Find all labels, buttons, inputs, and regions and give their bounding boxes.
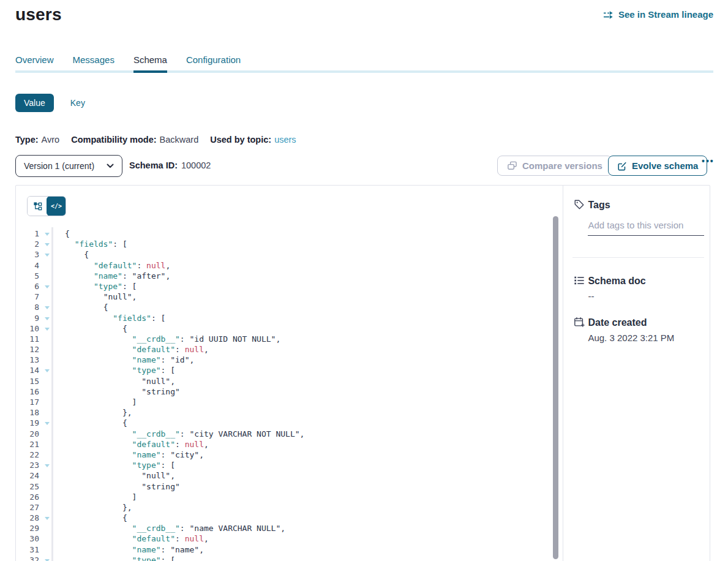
- version-select-value: Version 1 (current): [24, 161, 94, 171]
- line-number: 30: [16, 534, 39, 543]
- tree-view-icon: [33, 201, 42, 211]
- page-title: users: [15, 5, 62, 24]
- code-line-2: 2 "fields": [: [16, 239, 544, 250]
- line-number: 20: [16, 429, 39, 439]
- line-number: 22: [16, 450, 39, 459]
- line-number: 23: [16, 461, 39, 470]
- schema-id-label: Schema ID:: [129, 160, 178, 170]
- tags-heading: Tags: [588, 200, 610, 211]
- fold-toggle-icon[interactable]: [45, 422, 50, 425]
- tab-overview[interactable]: Overview: [15, 55, 54, 65]
- code-line-27: 27 },: [16, 503, 544, 513]
- code-line-18: 18 },: [16, 408, 544, 418]
- fold-toggle-icon[interactable]: [45, 369, 50, 372]
- line-number: 18: [16, 408, 39, 417]
- sidebar-divider: [572, 257, 704, 258]
- code-text: {: [65, 303, 108, 312]
- see-in-stream-lineage-link[interactable]: See in Stream lineage: [603, 9, 713, 20]
- code-text: "type": [: [65, 366, 175, 375]
- used-by-topic-link[interactable]: users: [274, 135, 296, 145]
- date-created-heading: Date created: [588, 317, 647, 328]
- fold-toggle-icon[interactable]: [45, 285, 50, 288]
- code-line-26: 26 ]: [16, 492, 544, 503]
- code-line-25: 25 "string": [16, 482, 544, 492]
- schema-code-editor[interactable]: 1{2 "fields": [3 {4 "default": null,5 "n…: [16, 229, 544, 561]
- schema-meta-row: Type: Avro Compatibility mode: Backward …: [15, 135, 296, 145]
- key-toggle-link[interactable]: Key: [70, 98, 85, 108]
- code-line-14: 14 "type": [: [16, 366, 544, 376]
- code-line-8: 8 {: [16, 303, 544, 313]
- line-number: 25: [16, 482, 39, 491]
- code-line-20: 20 "__crdb__": "city VARCHAR NOT NULL",: [16, 429, 544, 440]
- schema-sidebar: Tags Schema doc --: [563, 186, 710, 561]
- code-text: "null",: [65, 292, 137, 301]
- code-text: "fields": [: [65, 314, 165, 323]
- code-text: "name": "city",: [65, 450, 204, 459]
- code-line-5: 5 "name": "after",: [16, 271, 544, 282]
- fold-toggle-icon[interactable]: [45, 328, 50, 331]
- fold-toggle-icon[interactable]: [45, 464, 50, 467]
- fold-toggle-icon[interactable]: [45, 243, 50, 246]
- code-text: "__crdb__": "name VARCHAR NULL",: [65, 524, 285, 533]
- code-line-9: 9 "fields": [: [16, 314, 544, 324]
- code-line-22: 22 "name": "city",: [16, 450, 544, 461]
- schema-page: users See in Stream lineage OverviewMess…: [0, 0, 728, 561]
- value-toggle-button[interactable]: Value: [15, 94, 54, 112]
- fold-toggle-icon[interactable]: [45, 254, 50, 257]
- fold-toggle-icon[interactable]: [45, 306, 50, 309]
- code-text: "type": [: [65, 555, 175, 561]
- code-line-4: 4 "default": null,: [16, 261, 544, 271]
- add-tags-input[interactable]: [588, 217, 704, 236]
- tree-view-button[interactable]: [28, 197, 47, 216]
- compatibility-mode-value: Backward: [160, 135, 199, 145]
- code-text: "name": "name",: [65, 545, 204, 554]
- code-line-31: 31 "name": "name",: [16, 545, 544, 555]
- line-number: 16: [16, 387, 39, 396]
- line-number: 9: [16, 314, 39, 323]
- compare-versions-label: Compare versions: [522, 160, 602, 171]
- code-text: "__crdb__": "city VARCHAR NOT NULL",: [65, 429, 304, 439]
- stream-lineage-label: See in Stream lineage: [618, 9, 713, 20]
- compare-versions-button[interactable]: Compare versions: [497, 156, 612, 176]
- code-line-15: 15 "null",: [16, 377, 544, 387]
- code-text: "type": [: [65, 282, 137, 291]
- code-text: "default": null,: [65, 261, 170, 270]
- tab-schema[interactable]: Schema: [133, 55, 167, 65]
- code-text: "type": [: [65, 461, 175, 470]
- tag-icon: [574, 199, 585, 213]
- code-line-1: 1{: [16, 229, 544, 239]
- code-text: {: [65, 513, 127, 522]
- tab-messages[interactable]: Messages: [73, 55, 114, 65]
- code-text: ]: [65, 492, 137, 502]
- evolve-schema-button[interactable]: Evolve schema: [608, 156, 707, 176]
- line-number: 19: [16, 418, 39, 427]
- version-select[interactable]: Version 1 (current): [15, 155, 122, 177]
- code-line-28: 28 {: [16, 513, 544, 524]
- code-line-19: 19 {: [16, 418, 544, 429]
- line-number: 21: [16, 440, 39, 449]
- tab-configuration[interactable]: Configuration: [186, 55, 241, 65]
- line-number: 2: [16, 239, 39, 249]
- editor-scrollbar[interactable]: [553, 216, 558, 559]
- line-number: 17: [16, 397, 39, 407]
- code-line-17: 17 ]: [16, 397, 544, 408]
- code-text: {: [65, 250, 89, 259]
- fold-toggle-icon[interactable]: [45, 233, 50, 236]
- line-number: 31: [16, 545, 39, 554]
- code-text: {: [65, 324, 127, 333]
- line-number: 4: [16, 261, 39, 270]
- code-line-30: 30 "default": null,: [16, 534, 544, 544]
- code-view-button[interactable]: </>: [47, 196, 66, 216]
- line-number: 11: [16, 334, 39, 344]
- schema-doc-value: --: [588, 291, 594, 301]
- code-text: "__crdb__": "id UUID NOT NULL",: [65, 334, 280, 344]
- code-text: "default": null,: [65, 345, 209, 354]
- line-number: 26: [16, 492, 39, 502]
- code-line-13: 13 "name": "id",: [16, 355, 544, 366]
- fold-toggle-icon[interactable]: [45, 317, 50, 320]
- fold-toggle-icon[interactable]: [45, 517, 50, 520]
- more-actions-button[interactable]: •••: [702, 156, 715, 166]
- code-text: "fields": [: [65, 239, 127, 249]
- code-line-16: 16 "string": [16, 387, 544, 397]
- code-text: {: [65, 229, 70, 238]
